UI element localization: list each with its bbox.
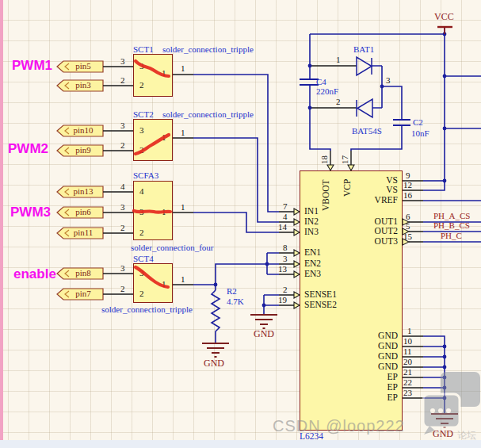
ic-pin-vs1: VS — [333, 175, 398, 186]
ic-num-15: 15 — [403, 232, 412, 241]
port-shapes[interactable] — [57, 61, 103, 300]
port-pin13[interactable]: pin13 — [63, 186, 103, 196]
scfa3-out-num: 1 — [181, 202, 185, 212]
port-pin5[interactable]: pin5 — [63, 61, 103, 71]
ic-num-8: 8 — [283, 243, 288, 252]
port-pin10[interactable]: pin10 — [63, 125, 103, 135]
net-label-pwm1: PWM1 — [12, 59, 52, 74]
ic-pin-out1: OUT1 — [333, 216, 398, 227]
sct4-ref: SCT4 — [133, 254, 154, 263]
ic-pin17-num: 17 — [340, 155, 349, 164]
ic-pin-vref: VREF — [333, 195, 398, 205]
sct1-wire-num-bot: 2 — [120, 75, 125, 85]
ic-pin-ep21: EP — [333, 372, 398, 382]
ic-num-16: 16 — [403, 190, 412, 200]
net-label-pwm3: PWM3 — [10, 205, 51, 220]
sct2-pin-out: 1 — [162, 132, 166, 142]
diode-bat1[interactable] — [357, 57, 372, 117]
sct1-pin-bot: 2 — [139, 80, 144, 90]
r2-value: 4.7K — [227, 297, 244, 306]
ic-pin-en1: EN1 — [304, 247, 321, 258]
sct4-wire-num-top: 3 — [120, 263, 125, 273]
scfa3-type: solder_connection_four — [131, 243, 213, 252]
ic-num-21: 21 — [403, 367, 412, 377]
gnd-label-sense: GND — [254, 329, 274, 339]
port-pin8[interactable]: pin8 — [63, 268, 103, 278]
bat54s-part: BAT54S — [352, 126, 382, 136]
sct2-ref: SCT2 — [133, 109, 154, 119]
scfa3-pin-top: 4 — [139, 186, 144, 196]
c2-value: 10nF — [411, 128, 429, 138]
ic-pin-in1: IN1 — [304, 206, 319, 216]
ic-num-7: 7 — [283, 201, 288, 211]
sct2-wire-num-bot: 2 — [120, 140, 125, 150]
ic-pin-ep23: EP — [333, 392, 398, 403]
scfa3-pin-out: 1 — [162, 207, 166, 216]
ic-pin-in3: IN3 — [304, 227, 319, 237]
gnd-symbol-sense[interactable] — [250, 315, 277, 328]
sct4-pin-out: 1 — [162, 279, 166, 289]
sct1-pin-out: 1 — [162, 68, 166, 78]
page-left-strip — [0, 0, 3, 441]
ic-num-10: 10 — [403, 336, 412, 346]
net-label-ph-a-cs: PH_A_CS — [433, 211, 470, 220]
port-pin7[interactable]: pin7 — [63, 289, 103, 298]
ic-num-4: 4 — [283, 212, 288, 221]
sct2-pin-bot: 2 — [139, 145, 144, 155]
ic-num-13: 13 — [278, 264, 287, 274]
sct1-type: solder_connection_tripple — [162, 44, 254, 54]
ic-num-19: 19 — [278, 295, 287, 304]
ic-pin-gnd20: GND — [333, 362, 398, 372]
sct2-pin-top: 3 — [139, 125, 144, 135]
r2-ref: R2 — [227, 286, 237, 296]
sct2-type: solder_connection_tripple — [162, 109, 254, 119]
sct4-type: solder_connection_tripple — [101, 304, 193, 314]
page-bottom-strip — [0, 440, 481, 448]
ic-pin-en3: EN3 — [304, 269, 321, 279]
bat1-pin1: 1 — [336, 55, 341, 64]
net-label-ph-c: PH_C — [441, 231, 462, 240]
watermark-text: CSDN @loop222 — [273, 417, 405, 435]
resistor-r2[interactable] — [212, 290, 220, 333]
ic-pin-sense1: SENSE1 — [304, 289, 337, 300]
scfa3-wire-num-top: 4 — [120, 182, 125, 191]
c2-ref: C2 — [413, 117, 423, 127]
sct4-out-num: 1 — [181, 274, 185, 284]
ic-pin-vboot: VBOOT — [321, 179, 331, 211]
ic-pin-out2: OUT2 — [333, 226, 398, 236]
sct4-pin-bot: 2 — [139, 289, 144, 298]
ic-num-9: 9 — [406, 170, 410, 180]
gnd-symbol-r2[interactable] — [202, 343, 229, 357]
ic-num-1: 1 — [407, 326, 412, 335]
c4-ref: C4 — [316, 77, 326, 86]
gnd-label-r2: GND — [204, 358, 224, 369]
scfa3-ref: SCFA3 — [133, 170, 158, 180]
ic-pin-sense2: SENSE2 — [304, 300, 337, 310]
ic-num-3: 3 — [283, 254, 288, 263]
ic-pin-in2: IN2 — [304, 216, 319, 227]
port-pin3[interactable]: pin3 — [63, 80, 103, 90]
schematic-canvas: PWM1 PWM2 PWM3 enable pin5 pin3 pin10 pi… — [0, 0, 481, 448]
capacitor-c2[interactable] — [393, 120, 410, 125]
sct1-pin-top: 3 — [139, 61, 144, 71]
ic-pin-gnd11: GND — [333, 351, 398, 362]
scfa3-pin-bot: 2 — [139, 228, 144, 237]
vcc-symbol[interactable] — [437, 27, 452, 34]
gnd-symbol-right[interactable] — [431, 414, 458, 427]
port-pin11[interactable]: pin11 — [63, 228, 103, 237]
ic-pin-vs2: VS — [333, 185, 398, 195]
bat1-pin3: 3 — [386, 75, 391, 85]
c4-value: 220nF — [316, 86, 338, 96]
ic-pin-out3: OUT3 — [333, 236, 398, 247]
bat1-ref: BAT1 — [353, 44, 374, 54]
ic-num-11: 11 — [403, 347, 412, 356]
port-pin9[interactable]: pin9 — [63, 145, 103, 155]
ic-num-2: 2 — [283, 285, 288, 294]
scfa3-pin-mid: 3 — [139, 207, 144, 216]
port-pin6[interactable]: pin6 — [63, 207, 103, 216]
sct4-pin-top: 3 — [139, 268, 144, 278]
net-label-pwm2: PWM2 — [8, 142, 48, 157]
sct1-wire-num-top: 3 — [120, 56, 125, 66]
ic-num-6: 6 — [406, 212, 410, 221]
ic-num-20: 20 — [403, 357, 412, 366]
